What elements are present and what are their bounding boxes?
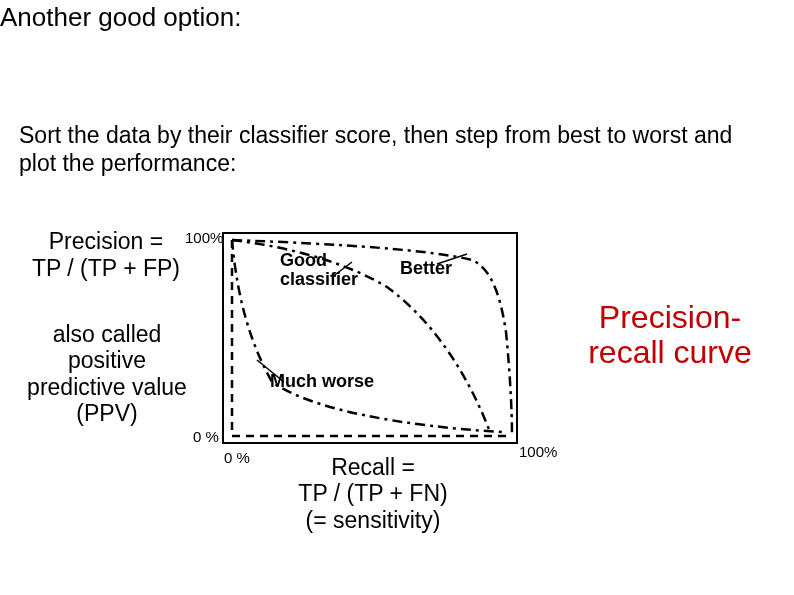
recall-line2: TP / (TP + FN) [298, 480, 447, 506]
recall-line3: (= sensitivity) [306, 507, 441, 533]
y-tick-min: 0 % [193, 428, 219, 445]
y-axis-definition: Precision = TP / (TP + FP) [26, 228, 186, 282]
ppv-line3: predictive value [27, 374, 187, 400]
x-axis-definition: Recall = TP / (TP + FN) (= sensitivity) [268, 454, 478, 533]
precision-eq-line1: Precision = [49, 228, 163, 254]
recall-line1: Recall = [331, 454, 415, 480]
pr-chart [222, 232, 518, 444]
ppv-line4: (PPV) [76, 400, 137, 426]
y-tick-max: 100% [185, 229, 223, 246]
curve-better [232, 240, 512, 434]
slide: Another good option: Sort the data by th… [0, 0, 794, 595]
page-title: Another good option: [0, 2, 241, 33]
chart-title: Precision-recall curve [565, 300, 775, 370]
subtitle: Sort the data by their classifier score,… [19, 122, 759, 177]
ppv-line2: positive [68, 347, 146, 373]
x-tick-min: 0 % [224, 449, 250, 466]
chart-frame [223, 233, 517, 443]
ppv-line1: also called [53, 321, 162, 347]
precision-eq-line2: TP / (TP + FP) [32, 255, 180, 281]
curve-good [232, 240, 490, 432]
x-tick-max: 100% [519, 443, 557, 460]
curve-much-worse [232, 240, 502, 432]
ppv-definition: also called positive predictive value (P… [22, 321, 192, 427]
chart-svg [222, 232, 518, 444]
